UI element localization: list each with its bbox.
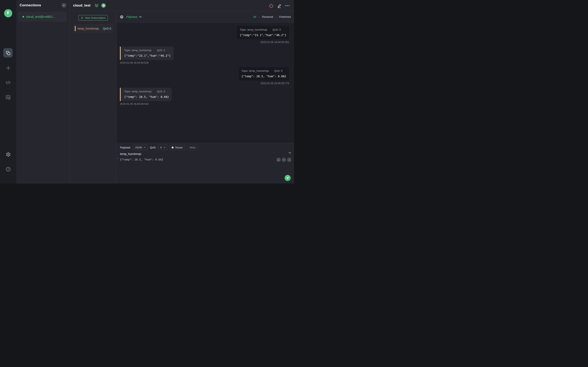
history-next-button[interactable]: →	[287, 158, 291, 162]
qos-label: QoS:	[150, 146, 156, 149]
sidebar-item-help[interactable]: ?	[0, 167, 16, 171]
message-history-nav: ← − →	[277, 158, 291, 162]
message-qos: QoS: 0	[273, 28, 281, 31]
message-qos: QoS: 0	[274, 69, 282, 72]
message-bubble[interactable]: Topic: temp_hum/emqx QoS: 0 {"temp":"23.…	[121, 47, 173, 60]
collapse-messages-button[interactable]	[95, 4, 99, 7]
message-bubble[interactable]: Topic: temp_hum/emqx QoS: 0 {"temp": 28.…	[121, 88, 172, 101]
filter-all[interactable]: All	[253, 15, 256, 18]
editor-gutter-mark	[117, 158, 118, 159]
chevron-down-icon	[144, 147, 146, 148]
subscription-color-bar	[75, 26, 76, 31]
message-meta: Topic: temp_hum/emqx QoS: 0	[240, 28, 286, 31]
message-list[interactable]: Topic: temp_hum/emqx QoS: 0 {"temp":"23.…	[117, 23, 294, 143]
message-payload: {"temp": 28.5, "hum": 0.68}	[242, 75, 286, 78]
topic-input[interactable]: temp_hum/emqx	[120, 152, 141, 156]
messages-column: ? Plaintext All | Received | Published	[117, 11, 294, 184]
filter-published[interactable]: Published	[279, 15, 291, 18]
message-bubble[interactable]: Topic: temp_hum/emqx QoS: 0 {"temp": 28.…	[239, 67, 289, 81]
message-topic: Topic: temp_hum/emqx	[124, 49, 151, 52]
message-topic: Topic: temp_hum/emqx	[242, 69, 269, 72]
message-topic: Topic: temp_hum/emqx	[240, 28, 267, 31]
message-bubble-row: Topic: temp_hum/emqx QoS: 0 {"temp": 28.…	[120, 88, 172, 101]
send-button[interactable]	[285, 175, 291, 181]
edit-connection-button[interactable]	[277, 3, 282, 8]
message-payload: {"temp":"23.1","hum":"46.2"}	[240, 33, 286, 37]
message-qos: QoS: 0	[157, 90, 165, 93]
unread-count-badge: 4	[102, 3, 105, 8]
subscription-item[interactable]: temp_hum/emqx QoS 0	[73, 24, 113, 33]
message-payload: {"temp": 28.5, "hum": 0.68}	[124, 95, 169, 99]
mqttx-logo-glyph	[6, 11, 11, 16]
payload-format-select[interactable]: Plaintext	[126, 15, 142, 18]
subscription-color-bar	[120, 47, 121, 60]
subscription-topic: temp_hum/emqx	[78, 27, 103, 30]
mqttx-app-window: ? Connections cloud_test@m4801... cloud_…	[0, 0, 294, 184]
plus-icon	[81, 17, 83, 19]
gear-icon	[6, 152, 11, 157]
main-area: cloud_test 4	[70, 0, 294, 184]
connections-panel-header: Connections	[16, 0, 69, 7]
double-chevron-down-icon	[95, 4, 99, 7]
meta-label: Meta	[190, 146, 196, 149]
message-bubble-row: Topic: temp_hum/emqx QoS: 0 {"temp":"23.…	[237, 26, 289, 39]
connections-icon	[6, 50, 11, 55]
subscription-qos: QoS 0	[103, 27, 111, 30]
payload-format-help-icon[interactable]: ?	[120, 15, 123, 18]
payload-format-value: Plaintext	[126, 15, 138, 18]
connection-list-item[interactable]: cloud_test@m4801...	[18, 12, 67, 22]
meta-button[interactable]: Meta	[187, 145, 198, 150]
message-filters: All | Received | Published	[253, 15, 291, 18]
payload-label: Payload:	[120, 146, 131, 149]
message-meta: Topic: temp_hum/emqx QoS: 0	[124, 49, 171, 52]
chevron-down-icon	[288, 152, 291, 154]
new-subscription-label: New Subscription	[85, 16, 105, 19]
collapse-editor-button[interactable]	[288, 152, 291, 154]
sidebar-item-new-connection[interactable]	[0, 65, 16, 71]
subscription-color-bar	[120, 88, 121, 101]
retain-toggle[interactable]: Retain	[170, 145, 185, 150]
history-prev-button[interactable]: ←	[277, 158, 281, 162]
message-published: Topic: temp_hum/emqx QoS: 0 {"temp":"23.…	[237, 26, 289, 44]
new-subscription-button[interactable]: New Subscription	[78, 15, 108, 21]
connected-status-dot	[22, 16, 24, 17]
message-timestamp: 2023-01-05 16:44:55:281	[260, 41, 289, 44]
payload-type-select[interactable]: JSON	[133, 145, 148, 150]
message-meta: Topic: temp_hum/emqx QoS: 0	[124, 90, 169, 93]
question-circle-icon: ?	[6, 167, 10, 171]
message-received: Topic: temp_hum/emqx QoS: 0 {"temp":"23.…	[120, 47, 173, 64]
message-topic: Topic: temp_hum/emqx	[124, 90, 151, 93]
message-qos: QoS: 0	[157, 49, 165, 52]
qos-value: 0	[160, 146, 162, 149]
sidebar-item-log[interactable]	[0, 95, 16, 100]
more-options-button[interactable]	[285, 3, 290, 8]
retain-dot-icon	[172, 147, 173, 149]
connection-header: cloud_test 4	[70, 0, 294, 11]
connections-title: Connections	[20, 3, 41, 7]
message-timestamp: 2023-01-05 16:45:05:773	[260, 82, 289, 85]
message-timestamp: 2023-01-05 16:44:55:529	[120, 61, 148, 64]
plus-icon	[6, 65, 11, 71]
new-connection-button[interactable]	[62, 3, 66, 7]
filter-separator: |	[276, 16, 277, 18]
ellipsis-icon	[285, 3, 290, 8]
sidebar-item-script[interactable]	[0, 80, 16, 85]
payload-type-value: JSON	[135, 146, 142, 149]
disconnect-button[interactable]	[269, 3, 274, 8]
subscriptions-column: New Subscription temp_hum/emqx QoS 0	[70, 11, 117, 184]
chevron-down-icon	[139, 16, 142, 18]
sidebar-item-settings[interactable]	[0, 152, 16, 157]
message-published: Topic: temp_hum/emqx QoS: 0 {"temp": 28.…	[239, 67, 289, 85]
filter-received[interactable]: Received	[262, 15, 273, 18]
paper-plane-icon	[286, 176, 289, 180]
main-body: New Subscription temp_hum/emqx QoS 0 ? P…	[70, 11, 294, 184]
chevron-down-icon	[163, 147, 165, 148]
payload-editor[interactable]: {"temp": 28.5, "hum": 0.68}	[120, 158, 294, 161]
mqttx-logo	[4, 9, 12, 17]
qos-select[interactable]: 0	[158, 145, 168, 150]
log-icon	[5, 95, 11, 100]
history-clear-button[interactable]: −	[282, 158, 286, 162]
pencil-icon	[277, 3, 282, 8]
sidebar-item-connections[interactable]	[3, 48, 13, 58]
message-bubble[interactable]: Topic: temp_hum/emqx QoS: 0 {"temp":"23.…	[237, 26, 289, 39]
